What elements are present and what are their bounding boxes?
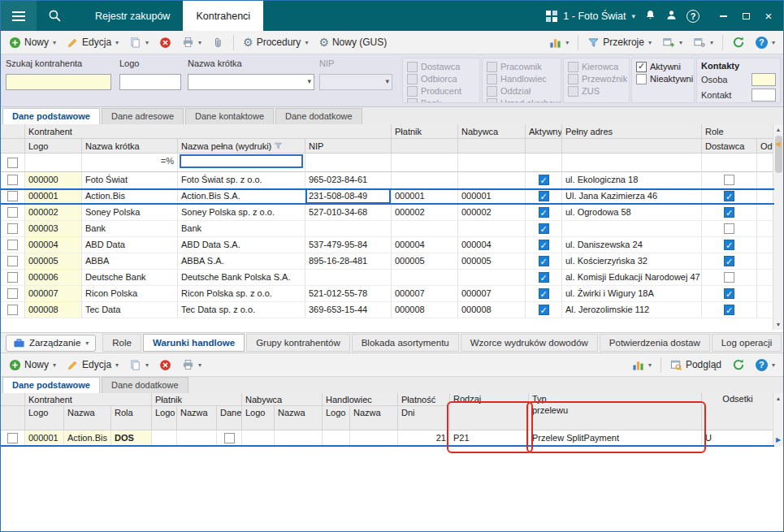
bottom-tab[interactable]: Potwierdzenia dostaw <box>600 334 710 352</box>
bottom-tab[interactable]: Blokada asortymentu <box>352 334 459 352</box>
row-select-checkbox[interactable] <box>1 430 25 447</box>
cell-nip[interactable]: 521-012-55-78 <box>305 286 392 302</box>
search-contractor-input[interactable] <box>6 74 111 90</box>
cell-nip[interactable]: 965-023-84-61 <box>305 172 392 188</box>
attachments-button[interactable] <box>207 34 229 51</box>
edit-button[interactable]: Edycja▾ <box>62 34 123 51</box>
cell-dostawca-checkbox[interactable] <box>702 221 757 237</box>
col-group-role[interactable]: Role <box>702 124 774 139</box>
row-select-checkbox[interactable] <box>1 270 25 286</box>
window-settings-button[interactable]: ▾ <box>688 34 718 51</box>
cell-nip[interactable]: 369-653-15-44 <box>305 302 392 318</box>
preview-button[interactable]: Podgląd <box>665 357 726 374</box>
col-header-nazwa[interactable]: Nazwa <box>64 406 111 430</box>
tab[interactable]: Dane podstawowe <box>2 377 100 393</box>
col-header-rodzaj[interactable]: Rodzaj <box>450 393 529 430</box>
col-header-nazwa[interactable]: Nazwa <box>275 406 323 430</box>
nav-tab-kontrahenci[interactable]: Kontrahenci <box>183 1 263 31</box>
cell-nip[interactable]: 231-508-08-49 <box>305 188 392 205</box>
col-header-logo[interactable]: Logo <box>152 406 177 430</box>
col-header-pelny-adres[interactable]: Pełny adres <box>562 124 702 139</box>
row-select-checkbox[interactable] <box>1 205 25 221</box>
filter-icon[interactable] <box>274 141 283 150</box>
col-header-odsetki[interactable]: Odsetki <box>702 393 774 430</box>
row-select-checkbox[interactable] <box>1 172 25 188</box>
row-select-checkbox[interactable] <box>1 221 25 237</box>
cell-dane-checkbox[interactable] <box>217 430 242 447</box>
table-row[interactable]: 000007 Ricon Polska Ricon Polska sp. z o… <box>1 286 774 302</box>
filter-operator[interactable]: =% <box>82 154 178 172</box>
col-group-nabywca[interactable]: Nabywca <box>242 393 323 406</box>
cell-aktywny-checkbox[interactable] <box>526 302 562 318</box>
refresh-button[interactable] <box>727 356 750 374</box>
col-header-odbiorca[interactable]: Odbi <box>757 139 774 154</box>
cell-nip[interactable]: 527-010-34-68 <box>305 205 392 221</box>
aktywni-checkbox[interactable]: Aktywni <box>636 61 690 72</box>
cell-dostawca-checkbox[interactable] <box>702 270 757 286</box>
scroll-up-button[interactable]: ▲ <box>773 124 783 135</box>
cell-nip[interactable]: 537-479-95-84 <box>305 237 392 253</box>
table-row[interactable]: 000004 ABD Data ABD Data S.A. 537-479-95… <box>1 237 774 253</box>
maximize-button[interactable] <box>736 7 756 25</box>
col-header-dostawca[interactable]: Dostawca <box>702 139 757 154</box>
menu-button[interactable] <box>1 1 37 31</box>
cell-dostawca-checkbox[interactable] <box>702 253 757 270</box>
user-button[interactable] <box>665 9 678 24</box>
main-grid-scrollbar[interactable]: ▲ ▼ <box>773 124 783 330</box>
przekroje-button[interactable]: Przekroje▾ <box>583 34 656 51</box>
nav-tab-rejestr-zakupow[interactable]: Rejestr zakupów <box>82 1 183 31</box>
col-header-platnik[interactable]: Płatnik <box>392 124 458 139</box>
col-header-logo[interactable]: Logo <box>25 139 82 154</box>
col-header-dni[interactable]: Dni <box>398 406 450 430</box>
help-button[interactable]: ? ▾ <box>751 357 780 374</box>
table-row[interactable]: 000002 Soney Polska Soney Polska sp. z o… <box>1 205 774 221</box>
row-select-checkbox[interactable] <box>1 286 25 302</box>
cell-nip[interactable]: 895-16-28-481 <box>305 253 392 270</box>
new-button[interactable]: Nowy▾ <box>4 357 61 374</box>
cell-dostawca-checkbox[interactable] <box>702 302 757 318</box>
table-row[interactable]: 000001 Action.Bis Action.Bis S.A. 231-50… <box>1 188 774 205</box>
table-row[interactable]: 000001 Action.Bis DOS 21 P21 Przelew Spl… <box>1 430 774 447</box>
bottom-tab[interactable]: Log operacji <box>712 334 782 352</box>
row-select-checkbox[interactable] <box>1 253 25 270</box>
tab[interactable]: Dane dodatkowe <box>275 108 362 124</box>
col-header-rola[interactable]: Rola <box>111 406 152 430</box>
cell-aktywny-checkbox[interactable] <box>526 270 562 286</box>
tab[interactable]: Dane kontaktowe <box>185 108 274 124</box>
cell-aktywny-checkbox[interactable] <box>526 237 562 253</box>
company-selector[interactable]: 1 - Foto Świat ▾ <box>546 11 635 22</box>
col-group-kontrahent[interactable]: Kontrahent <box>25 393 152 406</box>
new-gus-button[interactable]: ⚙ Nowy (GUS) <box>314 34 392 50</box>
col-group-platnik[interactable]: Płatnik <box>152 393 242 406</box>
print-button[interactable]: ▾ <box>177 357 206 374</box>
select-all-checkbox[interactable] <box>1 154 25 172</box>
bottom-tab[interactable]: Role <box>102 334 141 352</box>
bottom-tab[interactable]: Wzorce wydruków dowodów <box>461 334 598 352</box>
bottom-grid-scrollbar[interactable]: ▲ ▶ <box>773 393 783 447</box>
col-header-nazwa-pelna[interactable]: Nazwa pełna (wydruki) <box>178 139 305 154</box>
cell-dostawca-checkbox[interactable] <box>702 205 757 221</box>
col-header-logo[interactable]: Logo <box>323 406 350 430</box>
tab[interactable]: Dane dodatkowe <box>102 377 188 393</box>
table-row[interactable]: 000005 ABBA ABBA S.A. 895-16-28-481 0000… <box>1 253 774 270</box>
cell-dostawca-checkbox[interactable] <box>702 172 757 188</box>
cell-aktywny-checkbox[interactable] <box>526 188 562 205</box>
cell-aktywny-checkbox[interactable] <box>526 253 562 270</box>
zarzadzanie-button[interactable]: Zarządzanie ▾ <box>6 335 96 352</box>
cell-aktywny-checkbox[interactable] <box>526 286 562 302</box>
search-button[interactable] <box>37 1 72 31</box>
help-icon[interactable]: ? <box>687 10 700 23</box>
tab[interactable]: Dane adresowe <box>102 108 184 124</box>
cell-dostawca-checkbox[interactable] <box>702 188 757 205</box>
edit-button[interactable]: Edycja▾ <box>62 357 123 374</box>
minimize-button[interactable] <box>713 7 733 25</box>
col-header-nazwa[interactable]: Nazwa <box>350 406 398 430</box>
nazwa-krotka-combo[interactable] <box>188 74 314 90</box>
help-button[interactable]: ? ▾ <box>751 34 780 51</box>
delete-button[interactable] <box>154 357 176 374</box>
table-row[interactable]: 000006 Deutsche Bank Deutsche Bank Polsk… <box>1 270 774 286</box>
nieaktywni-checkbox[interactable]: Nieaktywni <box>636 73 690 84</box>
bottom-tab[interactable]: Warunki handlowe <box>143 334 245 352</box>
notifications-button[interactable] <box>644 9 656 24</box>
window-new-button[interactable]: ▾ <box>657 34 687 51</box>
